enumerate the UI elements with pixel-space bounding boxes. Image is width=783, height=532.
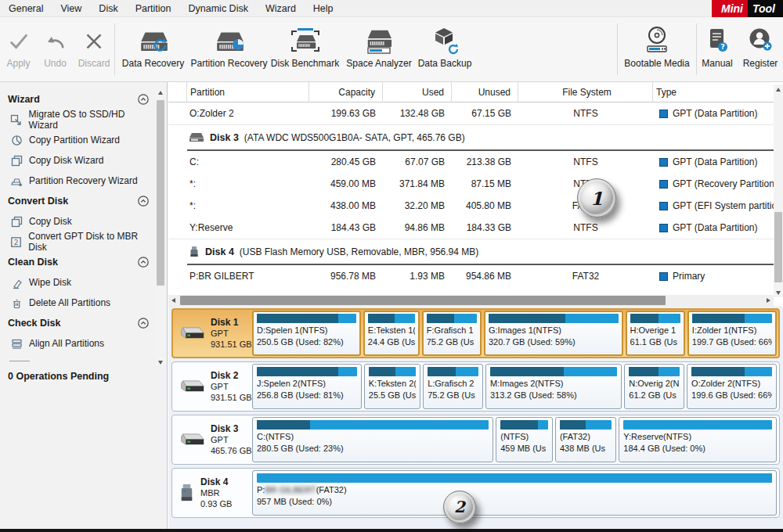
table-header: Partition Capacity Used Unused File Syst… [168,82,774,102]
scrollbar-thumb[interactable] [774,212,782,282]
apply-button[interactable]: Apply [0,17,37,81]
table-horizontal-scrollbar[interactable] [168,295,774,306]
menu-view[interactable]: View [52,0,90,17]
menu-general[interactable]: General [0,0,52,17]
disk-benchmark-button[interactable]: Disk Benchmark [267,17,343,81]
menu-help[interactable]: Help [305,0,342,17]
align-icon [10,337,23,350]
bootable-media-button[interactable]: Bootable Media [618,17,696,81]
hdd-icon [189,132,204,142]
table-row-ozolder2[interactable]: O:Zolder 2 199.63 GB 132.48 GB 67.15 GB … [168,102,774,124]
space-analyzer-button[interactable]: Space Analyzer [343,17,415,81]
pie-icon [10,134,23,146]
partition-block-k[interactable]: K:Teksten 2(NTFS) 25.5 GB (Us [364,364,420,409]
table-row-c[interactable]: C: 280.45 GB 67.07 GB 213.38 GB NTFS GPT… [168,151,774,173]
table-row-recovery[interactable]: *: 459.00 MB 371.84 MB 87.15 MB NTFS GPT… [168,173,774,195]
sidebar-scrollbar[interactable] [156,88,165,367]
main-area: Partition Capacity Used Unused File Syst… [168,82,783,529]
partition-block-n[interactable]: N:Overig 2(N 61.2 GB (Us [624,364,684,409]
partition-wizard-window: General View Disk Partition Dynamic Disk… [0,0,783,532]
disk-row-3[interactable]: Disk 3 GPT 465.76 GB C:(NTFS) 280.5 GB (… [171,415,780,465]
sidebar-item-migrate-os[interactable]: Migrate OS to SSD/HD Wizard [0,110,153,130]
partition-recovery-button[interactable]: Partition Recovery [191,17,267,81]
minitool-logo: Mini Tool [712,0,783,17]
toolbar: Apply Undo Discard Data Recovery Partiti… [0,17,783,82]
collapse-icon[interactable] [137,256,150,268]
bottom-bar [0,529,783,532]
partition-block-fat32-efi[interactable]: (FAT32) 438 MB (Us [555,417,616,462]
register-button[interactable]: Register [738,17,783,81]
col-file-system[interactable]: File System [518,82,653,102]
scrollbar-thumb[interactable] [180,296,666,305]
partition-block-d[interactable]: D:Spelen 1(NTFS) 250.5 GB (Used: 82%) [252,311,361,356]
scroll-right-arrow[interactable] [763,295,774,306]
svg-text:2: 2 [14,238,19,246]
menu-disk[interactable]: Disk [90,0,126,17]
partition-block-c[interactable]: C:(NTFS) 280.5 GB (Used: 23%) [252,417,493,462]
partition-block-i[interactable]: I:Zolder 1(NTFS) 199.7 GB (Used: 66%) [687,311,777,356]
scroll-up-arrow[interactable] [156,88,165,97]
sidebar-item-wipe-disk[interactable]: Wipe Disk [0,272,153,293]
scroll-up-arrow[interactable] [774,84,783,94]
partition-block-g[interactable]: G:Images 1(NTFS) 320.7 GB (Used: 59%) [484,311,623,356]
sidebar-item-align-all-partitions[interactable]: Align All Partitions [0,333,153,354]
usage-bar [257,314,356,323]
menu-dynamic-disk[interactable]: Dynamic Disk [180,0,257,17]
col-capacity[interactable]: Capacity [309,82,383,102]
col-used[interactable]: Used [383,82,452,102]
sidebar-section-clean-disk[interactable]: Clean Disk [0,252,153,272]
scrollbar-thumb[interactable] [157,100,164,286]
partition-block-p[interactable]: P:BR GILBERT(FAT32) 957 MB (Used: 0%) [252,470,777,516]
usage-bar [691,367,772,376]
partition-block-e[interactable]: E:Teksten 1(NTFS) 24.4 GB (Us [363,311,420,356]
menu-partition[interactable]: Partition [127,0,180,17]
sidebar-section-wizard[interactable]: Wizard [0,89,153,110]
manual-button[interactable]: ? Manual [697,17,738,81]
collapse-icon[interactable] [137,195,150,207]
scroll-down-arrow[interactable] [774,288,783,297]
partition-block-f[interactable]: F:Grafisch 1 75.2 GB (Us [422,311,482,356]
data-recovery-button[interactable]: Data Recovery [115,17,191,81]
table-row-efi[interactable]: *: 438.00 MB 32.20 MB 405.80 MB FAT32 GP… [168,195,774,217]
sidebar-item-copy-disk-wizard[interactable]: Copy Disk Wizard [0,150,153,171]
scroll-down-arrow[interactable] [156,358,165,367]
table-disk3-row[interactable]: Disk 3 (ATA WDC WDS500G1B0A- SATA, GPT, … [168,124,774,151]
table-row-p-gilbert[interactable]: P:BR GILBERT 956.78 MB 1.93 MB 954.86 MB… [168,265,774,287]
collapse-icon[interactable] [137,93,150,106]
partition-block-h[interactable]: H:Overige 1 61.1 GB (Us [626,311,685,356]
sidebar-item-convert-gpt-to-mbr[interactable]: 2 Convert GPT Disk to MBR Disk [0,232,153,252]
sidebar-item-copy-partition-wizard[interactable]: Copy Partition Wizard [0,130,153,150]
table-vertical-scrollbar[interactable] [774,84,783,297]
convert-icon: 2 [10,235,22,248]
partition-block-l[interactable]: L:Grafisch 2 75.2 GB (Us [423,364,483,409]
partition-block-ntfs-recovery[interactable]: (NTFS) 459 MB (Us [496,417,553,462]
menu-wizard[interactable]: Wizard [257,0,305,17]
scroll-left-arrow[interactable] [168,295,179,306]
sidebar-item-partition-recovery-wizard[interactable]: Partition Recovery Wizard [0,171,153,191]
partition-block-j[interactable]: J:Spelen 2(NTFS) 256.8 GB (Used: 81%) [252,364,362,409]
partition-block-m[interactable]: M:Images 2(NTFS) 313.2 GB (Used: 58%) [485,364,622,409]
hdd-icon [177,431,207,449]
type-color-square [659,110,668,118]
register-icon [745,24,776,57]
sidebar: Wizard Migrate OS to SSD/HD Wizard Copy … [0,82,168,529]
sidebar-section-check-disk[interactable]: Check Disk [0,313,153,333]
disk-row-1[interactable]: Disk 1 GPT 931.51 GB D:Spelen 1(NTFS) 25… [171,308,780,358]
partition-block-y[interactable]: Y:Reserve(NTFS) 184.4 GB (Used: 0%) [619,417,777,462]
partition-block-o[interactable]: O:Zolder 2(NTFS) 199.6 GB (Used: 66%) [687,364,777,409]
col-partition[interactable]: Partition [187,82,309,102]
data-backup-button[interactable]: Data Backup [415,17,474,81]
col-type[interactable]: Type [653,82,774,102]
sidebar-item-copy-disk[interactable]: Copy Disk [0,211,153,232]
logo-tool: Tool [748,0,783,17]
undo-button[interactable]: Undo [37,17,74,81]
collapse-icon[interactable] [137,317,150,329]
discard-button[interactable]: Discard [74,17,114,81]
table-disk4-row[interactable]: Disk 4 (USB Flash Memory USB, Removable,… [168,239,774,265]
disk-row-2[interactable]: Disk 2 GPT 931.51 GB J:Spelen 2(NTFS) 25… [171,361,780,412]
usage-bar [428,367,478,376]
col-unused[interactable]: Unused [452,82,518,102]
sidebar-item-delete-all-partitions[interactable]: Delete All Partitions [0,293,153,313]
sidebar-section-convert-disk[interactable]: Convert Disk [0,191,153,211]
table-row-yreserve[interactable]: Y:Reserve 184.43 GB 94.86 MB 184.33 GB N… [168,217,774,239]
